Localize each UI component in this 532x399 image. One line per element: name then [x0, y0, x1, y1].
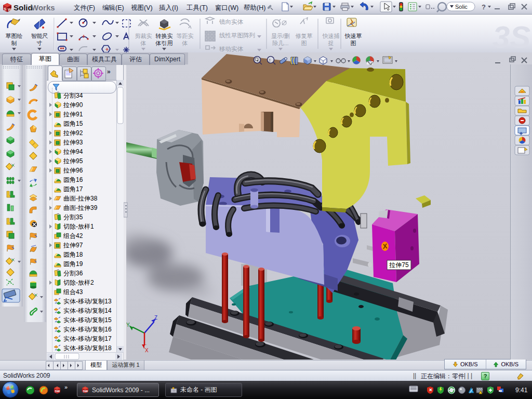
svg-text:剪裁实: 剪裁实 — [135, 33, 152, 39]
svg-text:快速草: 快速草 — [344, 33, 362, 39]
svg-text:图: 图 — [301, 40, 307, 46]
svg-text:Works: Works — [31, 3, 55, 12]
svg-text:图: 图 — [351, 40, 356, 46]
svg-text:转换实: 转换实 — [155, 33, 173, 39]
svg-text:等距实: 等距实 — [177, 33, 194, 39]
svg-text:体: 体 — [140, 40, 147, 46]
svg-text:!: ! — [269, 58, 271, 63]
svg-text:Solic: Solic — [455, 4, 468, 10]
svg-text:3S: 3S — [493, 20, 530, 52]
svg-text:寸: 寸 — [36, 40, 43, 46]
svg-text:快速捕: 快速捕 — [322, 33, 340, 39]
svg-text:移动实体: 移动实体 — [219, 46, 244, 52]
svg-text:体引用: 体引用 — [155, 40, 173, 46]
svg-text:草图绘: 草图绘 — [6, 33, 23, 39]
svg-text:线性草图阵列: 线性草图阵列 — [219, 32, 255, 38]
svg-text:?: ? — [482, 3, 486, 11]
svg-text:9:41: 9:41 — [515, 387, 528, 394]
svg-text:Y: Y — [126, 322, 130, 328]
svg-text:拉伸75: 拉伸75 — [389, 261, 409, 269]
svg-text:SW: SW — [55, 390, 60, 393]
svg-text:除几...: 除几... — [272, 40, 288, 46]
svg-text:SW: SW — [83, 390, 88, 393]
svg-text:显示/删: 显示/删 — [271, 33, 290, 39]
svg-text:Solid: Solid — [14, 3, 33, 12]
svg-text:Z: Z — [154, 315, 157, 321]
svg-text:S: S — [4, 7, 7, 11]
svg-text:W: W — [8, 7, 12, 12]
svg-text:修复草: 修复草 — [296, 33, 313, 39]
svg-text:镜向实体: 镜向实体 — [219, 19, 244, 25]
svg-text:制: 制 — [11, 40, 17, 46]
svg-text:X: X — [145, 348, 149, 353]
svg-text:»: » — [64, 384, 68, 390]
svg-text:捉: 捉 — [328, 40, 334, 46]
svg-text:体: 体 — [182, 40, 188, 46]
svg-text:智能尺: 智能尺 — [31, 33, 48, 39]
